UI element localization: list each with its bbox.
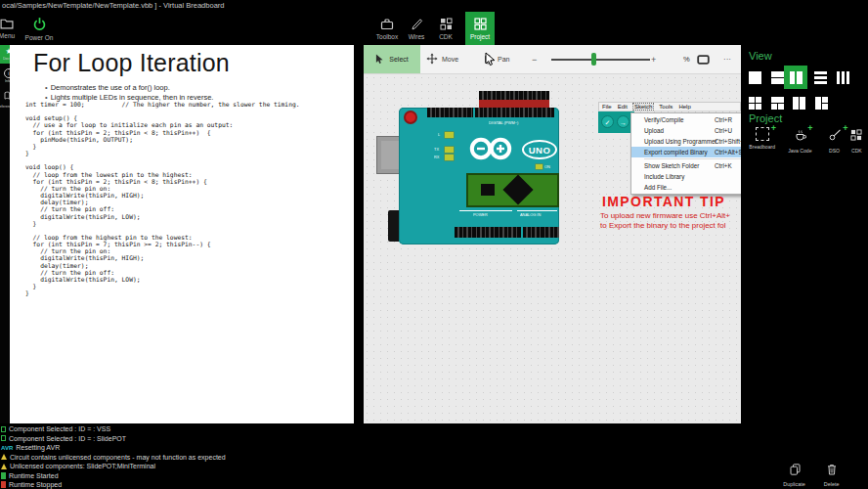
view-layout-two-rows-icon[interactable] [771, 71, 784, 84]
power-on-label: Power On [25, 34, 54, 41]
right-panel: View Project + Breadboard + Java Code [741, 0, 868, 423]
fit-screen-icon[interactable] [697, 45, 710, 73]
reset-button[interactable] [404, 111, 417, 124]
wires-icon [411, 18, 423, 31]
log-line: Component Selected : ID = : VSS [1, 424, 110, 433]
tip-menu-edit[interactable]: Edit [618, 104, 628, 110]
sidebar-item-docs[interactable]: ★ Docs [0, 45, 10, 64]
mouse-cursor [485, 52, 496, 70]
toolbox-label: Toolbox [376, 33, 398, 40]
breadboard-icon: + [756, 127, 769, 141]
menu-item-upload-using-programmer[interactable]: Upload Using ProgrammerCtrl+Shift+ [631, 136, 741, 147]
analog-header [523, 227, 559, 238]
log-line: Circuit contains unlicensed components -… [1, 453, 226, 462]
view-layout-single-icon[interactable] [749, 71, 761, 84]
project-section-header: Project [749, 112, 782, 124]
avr-badge: AVR [1, 445, 13, 451]
digital-header-left [427, 108, 473, 117]
cdk-button[interactable]: CDK [432, 12, 459, 45]
important-tip-text: To upload new firmware use Ctrl+Alt+ to … [600, 211, 730, 230]
warning-icon [1, 464, 7, 469]
log-line: AVRResetting AVR [1, 443, 60, 452]
view-layout-quad-icon[interactable] [749, 97, 761, 110]
view-layout-selected[interactable] [784, 66, 807, 89]
design-area: Select Move Pan − + % ··· [364, 45, 741, 423]
top-toolbar: Menu Power On Toolbox CDK Wires CDK [0, 12, 741, 45]
upload-icon[interactable]: → [617, 115, 629, 128]
project-label: Project [470, 33, 490, 40]
delete-button[interactable]: Delete [815, 462, 848, 487]
tip-menu-sketch[interactable]: Sketch [633, 104, 653, 110]
more-options-button[interactable]: ··· [723, 45, 731, 73]
view-section-header: View [749, 50, 772, 62]
duplicate-icon [790, 462, 801, 479]
tip-ide-menubar: File Edit Sketch Tools Help [598, 102, 741, 111]
important-tip-heading: IMPORTANT TIP [602, 194, 725, 209]
toolbox-icon [380, 18, 394, 31]
cdk-icon [850, 127, 862, 145]
mcu-module[interactable] [466, 173, 559, 207]
runtime-stopped-icon [1, 481, 6, 488]
menu-item-show-sketch-folder[interactable]: Show Sketch FolderCtrl+K [631, 160, 741, 171]
sidebar-item-reference[interactable]: Reference [0, 88, 10, 107]
tip-ide-toolbar: ✓ → [598, 111, 634, 133]
view-layout-two-cols-icon [790, 71, 803, 84]
led-l-label: L [438, 132, 440, 137]
runtime-started-icon [1, 472, 6, 479]
add-breadboard-button[interactable]: + Breadboard [743, 127, 782, 150]
log-line: Runtime Started [1, 471, 59, 480]
menu-item-verify-compile[interactable]: Verify/CompileCtrl+R [631, 114, 741, 125]
log-line: Component Selected : ID = : SlidePOT [1, 434, 126, 443]
sidebar-item-info[interactable]: i Info [0, 67, 10, 85]
zoom-percent-button[interactable]: % [683, 45, 690, 73]
dso-probe-icon: + [829, 127, 842, 145]
wires-button[interactable]: CDK Wires [403, 12, 430, 45]
project-button[interactable]: Project [465, 12, 495, 45]
verify-icon[interactable]: ✓ [601, 115, 614, 128]
component-icon [1, 426, 6, 432]
tip-menu-tools[interactable]: Tools [659, 104, 673, 110]
mcu-chip [502, 174, 533, 204]
view-layout-top-split-icon[interactable] [771, 97, 784, 110]
digital-header-right [475, 108, 554, 117]
toolbox-button[interactable]: Toolbox [371, 12, 403, 45]
log-line: Unlicensed components: SlidePOT;MiniTerm… [1, 462, 155, 470]
log-line: Runtime Stopped [1, 480, 62, 489]
move-tool-button[interactable]: Move [426, 45, 458, 73]
duplicate-button[interactable]: Duplicate [776, 462, 813, 487]
select-cursor-icon [375, 54, 384, 66]
digital-pwm-label: DIGITAL (PWM~) [489, 120, 518, 125]
tip-menu-help[interactable]: Help [678, 104, 690, 110]
cdk-label: CDK [439, 33, 453, 40]
led-tx-label: TX [434, 147, 439, 152]
component-icon [1, 435, 6, 441]
menu-separator [644, 158, 741, 159]
tip-menu-file[interactable]: File [602, 104, 612, 110]
cdk-icon [440, 18, 453, 31]
move-icon [426, 53, 438, 66]
menu-item-export-compiled-binary[interactable]: Export compiled BinaryCtrl+Alt+S [631, 147, 741, 157]
view-layout-cols-icon[interactable] [793, 97, 805, 110]
view-layout-three-rows-icon[interactable] [814, 71, 827, 84]
menu-item-add-file[interactable]: Add File... [631, 182, 741, 193]
vbb-infinity-logo-icon [465, 135, 520, 166]
warning-icon [1, 454, 7, 460]
zoom-slider-track[interactable] [551, 59, 650, 61]
menu-icon [0, 18, 14, 30]
select-tool-button[interactable]: Select [364, 45, 420, 73]
doc-bullet: •Demonstrates the use of a for() loop. [45, 83, 170, 92]
power-on-button[interactable]: Power On [20, 12, 59, 45]
zoom-out-button[interactable]: − [532, 45, 537, 73]
menu-item-include-library[interactable]: Include Library [631, 171, 741, 182]
menu-item-upload[interactable]: UploadCtrl+U [631, 125, 741, 136]
led-l [445, 132, 454, 138]
menu-button[interactable]: Menu [0, 12, 22, 45]
zoom-in-button[interactable]: + [651, 45, 656, 73]
view-layout-three-cols-icon[interactable] [837, 71, 849, 84]
view-layout-left-split-icon[interactable] [815, 97, 828, 110]
zoom-slider-thumb[interactable] [591, 53, 596, 66]
led-tx [445, 147, 454, 153]
add-java-code-button[interactable]: + Java Code [780, 127, 819, 154]
power-header [455, 227, 521, 238]
project-cdk-button[interactable]: CDK [845, 127, 868, 154]
